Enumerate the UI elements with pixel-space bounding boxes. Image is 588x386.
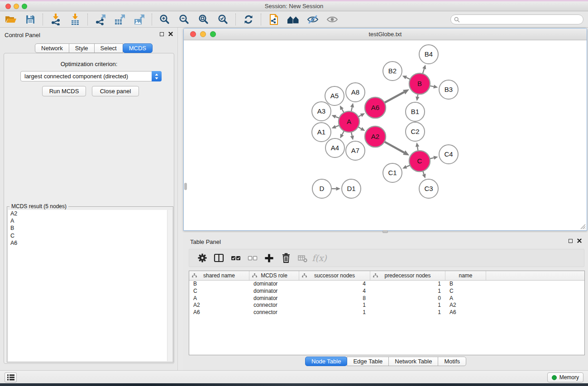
toolbar-search-field[interactable] [450,14,583,24]
zoom-selected-button[interactable] [213,12,233,27]
graph-edge-A-A7[interactable] [350,132,354,140]
graph-edge-C-C1[interactable] [402,165,410,169]
table-tab-motifs[interactable]: Motifs [438,357,466,366]
table-row[interactable]: A2connector11A2 [189,302,584,309]
graph-edge-A-A8[interactable] [350,103,354,111]
graph-edge-A2-C[interactable] [384,142,409,155]
cell-successor-nodes[interactable]: 4 [299,288,370,295]
cell-predecessor-nodes[interactable]: 1 [370,302,445,309]
zoom-in-button[interactable] [155,12,174,27]
graph-edge-A-A5[interactable] [340,105,344,113]
network-zoom-button[interactable] [210,31,216,37]
graph-node-B2[interactable]: B2 [383,62,402,81]
mcds-result-item[interactable]: A2 [8,210,172,217]
search-input[interactable] [462,15,583,24]
graph-node-A6[interactable]: A6 [365,97,386,118]
table-row[interactable]: Cdominator41C [189,288,584,295]
resize-grip-icon[interactable] [579,223,586,229]
task-history-button[interactable] [5,372,17,382]
refresh-layout-button[interactable] [239,12,258,27]
table-row[interactable]: Adominator80A [189,295,584,302]
desktop-horizontal-scrollbar[interactable] [382,230,388,233]
graph-edge-A-A3[interactable] [331,115,339,119]
add-column-button[interactable] [261,251,277,265]
cell-predecessor-nodes[interactable]: 1 [370,288,445,295]
cell-name[interactable]: B [445,281,486,288]
delete-table-button[interactable] [294,251,311,265]
column-header-name[interactable]: name [445,271,486,280]
cell-MCDS-role[interactable]: dominator [249,281,299,288]
delete-column-button[interactable] [277,251,294,265]
window-minimize-button[interactable] [14,4,19,9]
graph-node-C3[interactable]: C3 [419,179,438,198]
network-minimize-button[interactable] [200,31,206,37]
canvas-vertical-scrollbar[interactable] [184,183,187,190]
table-tab-network-table[interactable]: Network Table [388,357,438,366]
result-list-scrollbar[interactable] [167,210,172,361]
table-tab-node-table[interactable]: Node Table [305,357,348,366]
graph-edge-B-B2[interactable] [402,76,410,79]
cell-predecessor-nodes[interactable]: 1 [370,309,445,316]
dropdown-stepper[interactable] [152,71,162,81]
close-table-panel-icon[interactable] [577,238,582,243]
open-session-button[interactable] [1,12,20,27]
mcds-result-list[interactable]: A2ABCA6 [8,210,172,361]
import-table-button[interactable] [65,12,85,27]
cell-successor-nodes[interactable]: 1 [299,302,370,309]
function-builder-button[interactable]: f(x) [311,251,328,265]
network-graph[interactable]: B4B2BB3B1A5A8A3A6AA1A2C2A4A7C4CC1C3DD1 [184,40,587,230]
graph-edge-A-A2[interactable] [358,127,365,131]
graph-node-A[interactable]: A [339,111,359,132]
graph-node-B[interactable]: B [409,73,430,94]
table-row[interactable]: A6connector11A6 [189,309,584,316]
graph-node-A1[interactable]: A1 [312,123,331,142]
cell-name[interactable]: A6 [445,309,486,316]
column-header-predecessor-nodes[interactable]: predecessor nodes [370,271,445,280]
tab-mcds[interactable]: MCDS [123,43,153,53]
cell-shared-name[interactable]: C [189,288,249,295]
graph-node-A2[interactable]: A2 [365,126,386,147]
network-close-button[interactable] [190,31,196,37]
graph-edge-A-A1[interactable] [331,125,339,129]
graph-node-D1[interactable]: D1 [342,179,361,198]
table-tab-edge-table[interactable]: Edge Table [347,357,389,366]
mcds-result-item[interactable]: A [8,217,172,224]
window-zoom-button[interactable] [22,4,27,9]
cell-predecessor-nodes[interactable]: 1 [370,281,445,288]
graph-edge-C-C3[interactable] [422,171,426,178]
table-settings-button[interactable] [194,251,210,265]
cell-successor-nodes[interactable]: 1 [299,309,370,316]
run-mcds-button[interactable]: Run MCDS [42,86,86,96]
graph-node-C2[interactable]: C2 [406,122,425,141]
graph-edge-A6-B[interactable] [384,89,409,103]
hide-graphics-details-button[interactable] [303,12,322,27]
cell-shared-name[interactable]: A2 [189,302,249,309]
mcds-result-item[interactable]: B [8,224,172,232]
export-table-button[interactable] [110,12,129,27]
graph-node-A7[interactable]: A7 [346,141,365,160]
export-image-button[interactable] [129,12,149,27]
cell-MCDS-role[interactable]: dominator [249,295,299,302]
graph-node-C4[interactable]: C4 [439,145,458,164]
graph-node-A3[interactable]: A3 [312,102,331,121]
home-views-button[interactable] [283,12,303,27]
cell-name[interactable]: A2 [445,302,486,309]
graph-node-C1[interactable]: C1 [383,163,402,182]
show-graphics-details-button[interactable] [322,12,342,27]
float-panel-button[interactable] [160,32,164,36]
cell-successor-nodes[interactable]: 4 [299,281,370,288]
graph-node-B3[interactable]: B3 [439,80,458,99]
cell-name[interactable]: A [445,295,486,302]
select-all-columns-button[interactable] [227,251,244,265]
memory-button[interactable]: Memory [547,372,583,382]
column-header-successor-nodes[interactable]: successor nodes [299,271,370,280]
graph-edge-A-A6[interactable] [358,113,365,117]
deselect-all-columns-button[interactable] [244,251,261,265]
table-row[interactable]: Bdominator41B [189,281,584,288]
cell-shared-name[interactable]: A6 [189,309,249,316]
float-table-panel-button[interactable] [569,239,573,243]
graph-node-B4[interactable]: B4 [419,45,438,64]
cell-MCDS-role[interactable]: connector [249,302,299,309]
cell-name[interactable]: C [445,288,486,295]
cell-shared-name[interactable]: A [189,295,249,302]
